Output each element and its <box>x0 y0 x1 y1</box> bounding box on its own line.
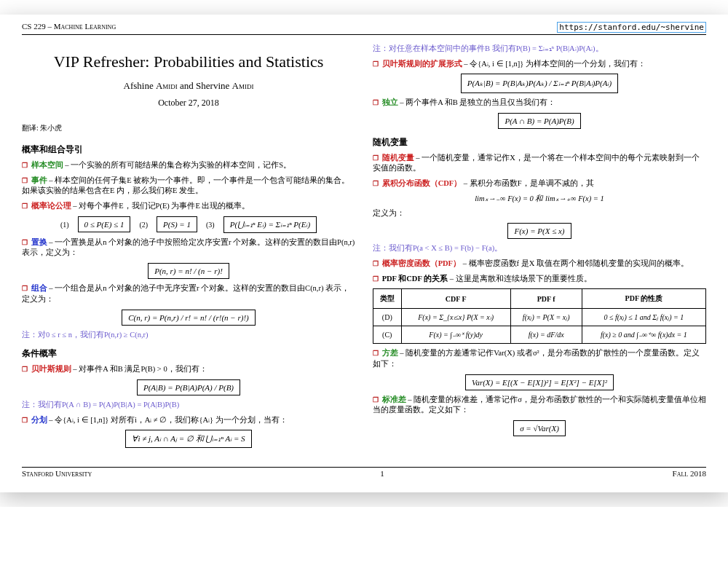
section-prob-comb: 概率和组合导引 <box>22 143 355 156</box>
cell-pdf-c: f(x) = dF/dx <box>510 326 582 344</box>
text-variance: – 随机变量的方差通常记作Var(X) 或者σ²，是分布函数的扩散性的一个度量函… <box>373 349 700 368</box>
ext-bayes-box: P(Aₖ|B) = P(B|Aₖ)P(Aₖ) / Σᵢ₌₁ⁿ P(B|Aᵢ)P(… <box>461 74 618 93</box>
axiom-equations: (1) 0 ≤ P(E) ≤ 1 (2) P(S) = 1 (3) P(⋃ᵢ₌₁… <box>22 216 355 233</box>
bullet-icon: ❒ <box>373 60 379 68</box>
footer-left: Stanford University <box>22 469 92 478</box>
item-sample-space: ❒ 样本空间 – 一个实验的所有可能结果的集合称为实验的样本空间，记作S。 <box>22 160 355 171</box>
text-cdf-def: 定义为： <box>373 208 706 219</box>
text-std: – 随机变量的标准差，通常记作σ，是分布函数扩散性的一个和实际随机变量值单位相当… <box>373 395 706 414</box>
std-formula: σ = √Var(X) <box>373 420 706 436</box>
item-variance: ❒ 方差 – 随机变量的方差通常记作Var(X) 或者σ²，是分布函数的扩散性的… <box>373 348 706 369</box>
item-ext-bayes: ❒ 贝叶斯规则的扩展形式 – 令{Aᵢ, i ∈ [1,n]} 为样本空间的一个… <box>373 59 706 70</box>
authors: Afshine Amidi and Shervine Amidi <box>22 80 355 92</box>
indep-box: P(A ∩ B) = P(A)P(B) <box>498 113 580 129</box>
table-header-row: 类型 CDF F PDF f PDF 的性质 <box>373 289 706 309</box>
text-partition: – 令{Aᵢ, i ∈ [1,n]} 对所有i，Aᵢ ≠ ∅，我们称{Aᵢ} 为… <box>49 416 288 424</box>
item-event: ❒ 事件 – 样本空间的任何子集E 被称为一个事件。即，一个事件是一个包含可能结… <box>22 176 355 197</box>
text-rv: – 一个随机变量，通常记作X，是一个将在一个样本空间中的每个元素映射到一个实值的… <box>373 154 700 173</box>
cell-pdf-d: f(xⱼ) = P(X = xⱼ) <box>510 309 582 326</box>
item-bayes: ❒ 贝叶斯规则 – 对事件A 和B 满足P(B) > 0，我们有： <box>22 364 355 375</box>
bullet-icon: ❒ <box>22 366 28 373</box>
item-axioms: ❒ 概率论公理 – 对每个事件E，我们记P(E) 为事件E 出现的概率。 <box>22 201 355 212</box>
left-column: VIP Refresher: Probabilities and Statist… <box>22 39 355 452</box>
term-partition: 分划 <box>31 416 47 424</box>
bullet-icon: ❒ <box>22 162 28 169</box>
term-event: 事件 <box>31 176 47 184</box>
cdf-pdf-table: 类型 CDF F PDF f PDF 的性质 (D) F(x) = Σ_{xᵢ≤… <box>373 288 706 344</box>
term-rv: 随机变量 <box>382 154 414 162</box>
text-ext-bayes: – 令{Aᵢ, i ∈ [1,n]} 为样本空间的一个分划，我们有： <box>464 60 646 68</box>
item-cdf: ❒ 累积分布函数（CDF） – 累积分布函数F，是单调不减的，其 <box>373 178 706 189</box>
term-std: 标准差 <box>382 395 406 403</box>
item-pdf-cdf-rel: ❒ PDF 和CDF 的关系 – 这里是离散和连续场景下的重要性质。 <box>373 274 706 285</box>
section-random-variable: 随机变量 <box>373 136 706 149</box>
page-title: VIP Refresher: Probabilities and Statist… <box>22 52 355 71</box>
cdf-limits: limₓ→₋∞ F(x) = 0 和 limₓ→₊∞ F(x) = 1 <box>373 194 706 204</box>
item-partition: ❒ 分划 – 令{Aᵢ, i ∈ [1,n]} 对所有i，Aᵢ ≠ ∅，我们称{… <box>22 415 355 426</box>
cell-cdf-d: F(x) = Σ_{xᵢ≤x} P(X = xᵢ) <box>401 309 510 326</box>
bullet-icon: ❒ <box>373 154 379 162</box>
right-column: 注：对任意在样本空间中的事件B 我们有P(B) = Σᵢ₌₁ⁿ P(B|Aᵢ)P… <box>373 39 706 452</box>
th-type: 类型 <box>373 289 402 309</box>
axiom-1-box: 0 ≤ P(E) ≤ 1 <box>78 216 131 232</box>
header-bar: CS 229 – Machine Learning https://stanfo… <box>22 22 706 35</box>
item-rv: ❒ 随机变量 – 一个随机变量，通常记作X，是一个将在一个样本空间中的每个元素映… <box>373 153 706 174</box>
axiom-2-box: P(S) = 1 <box>157 216 197 232</box>
item-permutation: ❒ 置换 – 一个置换是从n 个对象的池子中按照给定次序安置r 个对象。这样的安… <box>22 237 355 259</box>
perm-formula: P(n, r) = n! / (n − r)! <box>22 263 355 279</box>
text-event: – 样本空间的任何子集E 被称为一个事件。即，一个事件是一个包含可能结果的集合。… <box>22 176 349 195</box>
bullet-icon: ❒ <box>22 202 28 210</box>
note-cdf-range: 注：我们有P(a < X ≤ B) = F(b) − F(a)。 <box>373 243 706 254</box>
item-combination: ❒ 组合 – 一个组合是从n 个对象的池子中无序安置r 个对象。这样的安置的数目… <box>22 283 355 304</box>
bullet-icon: ❒ <box>373 396 379 403</box>
translator: 翻译: 朱小虎 <box>22 123 355 133</box>
term-axioms: 概率论公理 <box>31 202 71 210</box>
axiom-3-box: P(⋃ᵢ₌₁ⁿ Eᵢ) = Σᵢ₌₁ⁿ P(Eᵢ) <box>223 216 317 233</box>
bullet-icon: ❒ <box>22 285 28 292</box>
cell-type-d: (D) <box>373 309 402 326</box>
table-row: (C) F(x) = ∫₋∞ˣ f(y)dy f(x) = dF/dx f(x)… <box>373 326 706 344</box>
bullet-icon: ❒ <box>373 260 379 267</box>
std-box: σ = √Var(X) <box>513 420 566 436</box>
date: October 27, 2018 <box>22 98 355 109</box>
text-cdf: – 累积分布函数F，是单调不减的，其 <box>464 179 594 187</box>
header-url[interactable]: https://stanford.edu/~shervine <box>557 22 706 33</box>
partition-box: ∀i ≠ j, Aᵢ ∩ Aⱼ = ∅ 和 ⋃ᵢ₌₁ⁿ Aᵢ = S <box>125 430 251 448</box>
bullet-icon: ❒ <box>373 275 379 283</box>
th-cdf: CDF F <box>401 289 510 309</box>
bullet-icon: ❒ <box>373 350 379 357</box>
text-axioms: – 对每个事件E，我们记P(E) 为事件E 出现的概率。 <box>73 202 250 210</box>
page: CS 229 – Machine Learning https://stanfo… <box>0 15 728 492</box>
term-pdf: 概率密度函数（PDF） <box>382 259 461 267</box>
term-sample-space: 样本空间 <box>31 161 63 169</box>
axiom-2-label: (2) <box>139 221 148 229</box>
term-bayes: 贝叶斯规则 <box>31 365 71 373</box>
cell-cdf-c: F(x) = ∫₋∞ˣ f(y)dy <box>401 326 510 344</box>
bullet-icon: ❒ <box>373 99 379 106</box>
text-sample-space: – 一个实验的所有可能结果的集合称为实验的样本空间，记作S。 <box>65 161 291 169</box>
note-joint: 注：我们有P(A ∩ B) = P(A)P(B|A) = P(A|B)P(B) <box>22 400 355 411</box>
course-code: CS 229 – Machine Learning <box>22 22 116 33</box>
note-perm-comb: 注：对0 ≤ r ≤ n，我们有P(n,r) ≥ C(n,r) <box>22 330 355 341</box>
ext-bayes-formula: P(Aₖ|B) = P(B|Aₖ)P(Aₖ) / Σᵢ₌₁ⁿ P(B|Aᵢ)P(… <box>373 74 706 93</box>
term-permutation: 置换 <box>31 238 47 246</box>
item-pdf: ❒ 概率密度函数（PDF） – 概率密度函数f 是X 取值在两个相邻随机变量的实… <box>373 259 706 269</box>
section-conditional: 条件概率 <box>22 347 355 360</box>
bayes-formula: P(A|B) = P(B|A)P(A) / P(B) <box>22 379 355 395</box>
th-pdf-props: PDF 的性质 <box>582 289 705 309</box>
axiom-1-label: (1) <box>60 221 69 229</box>
perm-box: P(n, r) = n! / (n − r)! <box>148 263 229 279</box>
footer-bar: Stanford University 1 Fall 2018 <box>22 467 706 478</box>
indep-formula: P(A ∩ B) = P(A)P(B) <box>373 113 706 129</box>
text-bayes: – 对事件A 和B 满足P(B) > 0，我们有： <box>73 365 207 373</box>
term-combination: 组合 <box>31 284 47 292</box>
item-independence: ❒ 独立 – 两个事件A 和B 是独立的当且仅当我们有： <box>373 98 706 109</box>
footer-center: 1 <box>380 469 384 478</box>
variance-box: Var(X) = E[(X − E[X])²] = E[X²] − E[X]² <box>465 374 614 390</box>
footer-right: Fall 2018 <box>673 469 706 478</box>
variance-formula: Var(X) = E[(X − E[X])²] = E[X²] − E[X]² <box>373 374 706 390</box>
th-pdf: PDF f <box>510 289 582 309</box>
term-pdf-cdf-rel: PDF 和CDF 的关系 <box>382 275 448 283</box>
note-total-prob: 注：对任意在样本空间中的事件B 我们有P(B) = Σᵢ₌₁ⁿ P(B|Aᵢ)P… <box>373 44 706 55</box>
text-pdf: – 概率密度函数f 是X 取值在两个相邻随机变量的实现间的概率。 <box>463 259 689 267</box>
